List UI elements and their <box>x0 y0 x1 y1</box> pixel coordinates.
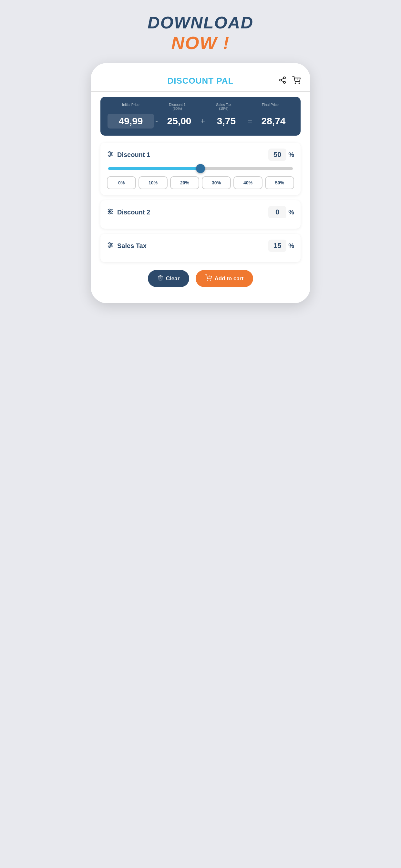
sales-tax-header: Sales Tax 15 % <box>107 240 294 252</box>
op-minus: - <box>155 117 158 126</box>
cart-plus-icon <box>205 275 212 283</box>
quick-btn-50[interactable]: 50% <box>265 176 294 189</box>
phone-frame: DISCOUNT PAL 0 <box>91 63 310 303</box>
value-final: 28,74 <box>253 116 294 127</box>
sales-tax-label: Sales Tax <box>117 242 147 250</box>
discount2-percent: % <box>288 209 294 216</box>
sales-tax-percent: % <box>288 242 294 250</box>
value-discount1: 25,00 <box>159 116 199 127</box>
discount1-quick-buttons: 0% 10% 20% 30% 40% 50% <box>107 176 294 189</box>
svg-point-18 <box>111 211 112 212</box>
clear-label: Clear <box>166 275 180 282</box>
app-bar: DISCOUNT PAL 0 <box>100 76 301 91</box>
sales-tax-section: Sales Tax 15 % <box>100 234 301 262</box>
value-initial-price: 49,99 <box>107 114 154 128</box>
label-discount1: Discount 1(50%) <box>154 103 201 111</box>
quick-btn-40[interactable]: 40% <box>234 176 263 189</box>
svg-text:0: 0 <box>297 77 298 80</box>
op-plus: + <box>201 117 205 126</box>
svg-point-5 <box>295 83 296 83</box>
sales-tax-title-group: Sales Tax <box>107 242 147 250</box>
svg-point-19 <box>109 213 111 214</box>
discount1-value-group: 50 % <box>268 149 294 161</box>
svg-line-4 <box>281 78 284 80</box>
clear-button[interactable]: Clear <box>148 270 189 287</box>
svg-point-13 <box>109 155 111 157</box>
label-final-price: Final Price <box>247 103 294 111</box>
sales-tax-value: 15 <box>268 240 286 252</box>
discount2-section: Discount 2 0 % <box>100 200 301 228</box>
page-header: DOWNLOAD NOW ! <box>148 13 253 53</box>
discount1-label: Discount 1 <box>117 151 150 159</box>
add-to-cart-label: Add to cart <box>214 275 243 282</box>
discount2-label: Discount 2 <box>117 209 150 216</box>
svg-point-26 <box>208 280 208 281</box>
bottom-buttons: Clear Add to cart <box>100 270 301 287</box>
svg-point-27 <box>211 280 211 281</box>
value-tax: 3,75 <box>206 116 246 127</box>
discount1-percent: % <box>288 151 294 159</box>
svg-point-6 <box>299 83 300 83</box>
discount1-slider[interactable] <box>108 167 293 170</box>
discount1-header: Discount 1 50 % <box>107 149 294 161</box>
discount1-slider-container <box>107 165 294 171</box>
discount2-header: Discount 2 0 % <box>107 206 294 218</box>
sales-tax-value-group: 15 % <box>268 240 294 252</box>
discount2-title-group: Discount 2 <box>107 208 150 217</box>
price-labels: Initial Price Discount 1(50%) Sales Tax(… <box>107 103 294 111</box>
cart-icon[interactable]: 0 <box>292 76 301 86</box>
svg-point-12 <box>111 153 112 155</box>
divider <box>91 91 310 92</box>
discount1-section: Discount 1 50 % 0% 10% 20% 30% 40% 50% <box>100 143 301 195</box>
label-initial-price: Initial Price <box>107 103 154 111</box>
discount1-title-group: Discount 1 <box>107 151 150 159</box>
svg-point-17 <box>109 209 111 211</box>
svg-point-24 <box>111 244 112 246</box>
add-to-cart-button[interactable]: Add to cart <box>196 270 253 287</box>
sales-tax-sliders-icon <box>107 242 114 250</box>
discount1-sliders-icon <box>107 151 114 159</box>
price-values: 49,99 - 25,00 + 3,75 = 28,74 <box>107 114 294 128</box>
share-icon[interactable] <box>279 76 286 86</box>
quick-btn-20[interactable]: 20% <box>170 176 199 189</box>
price-card: Initial Price Discount 1(50%) Sales Tax(… <box>100 97 301 135</box>
discount2-value-group: 0 % <box>268 206 294 218</box>
header-download: DOWNLOAD <box>148 13 253 32</box>
svg-point-25 <box>109 246 111 248</box>
discount2-value: 0 <box>268 206 286 218</box>
discount1-value: 50 <box>268 149 286 161</box>
quick-btn-10[interactable]: 10% <box>138 176 167 189</box>
trash-icon <box>158 275 163 282</box>
app-title: DISCOUNT PAL <box>167 76 234 86</box>
svg-line-3 <box>281 81 284 82</box>
svg-point-23 <box>109 243 111 244</box>
app-bar-icons: 0 <box>279 76 301 86</box>
quick-btn-0[interactable]: 0% <box>107 176 136 189</box>
svg-point-11 <box>109 151 111 153</box>
op-equals: = <box>248 117 252 126</box>
discount2-sliders-icon <box>107 208 114 217</box>
quick-btn-30[interactable]: 30% <box>202 176 231 189</box>
header-now: NOW ! <box>148 32 253 53</box>
label-sales-tax: Sales Tax(15%) <box>201 103 247 111</box>
